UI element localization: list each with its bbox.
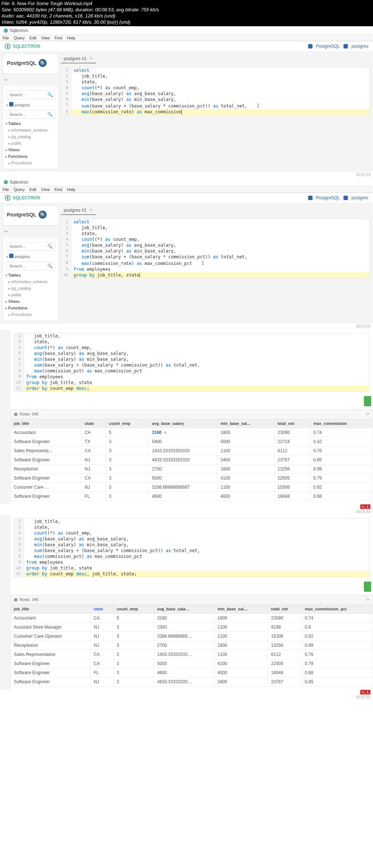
table-row[interactable]: Software EngineerFL346004000180480.68 — [11, 668, 373, 677]
table-row[interactable]: Software EngineerCA350004100225050.79 — [11, 659, 373, 668]
table-cell[interactable]: Accountant — [11, 428, 82, 437]
editor-line[interactable]: 3 state, — [14, 524, 369, 530]
column-header[interactable]: avg_base_salary — [149, 419, 217, 428]
table-cell[interactable]: CA — [82, 428, 106, 437]
table-cell[interactable]: 13256 — [274, 464, 310, 473]
code-content[interactable]: state, — [71, 231, 369, 236]
table-cell[interactable]: FL — [82, 492, 106, 501]
editor-line[interactable]: 3 state, — [61, 79, 369, 85]
code-content[interactable]: min(base_salary) as min_base_salary, — [71, 248, 369, 254]
db-node[interactable]: postgres — [3, 101, 58, 109]
table-cell[interactable]: 3266.66666666667 — [149, 482, 217, 492]
code-content[interactable]: from employees — [71, 266, 369, 272]
table-cell[interactable]: CA — [82, 473, 106, 482]
table-cell[interactable]: 3 — [114, 650, 154, 659]
editor-line[interactable]: 7 sum(base_salary + (base_salary * commi… — [61, 254, 369, 260]
editor-line[interactable]: 10group by job_title, state — [61, 272, 369, 278]
editor-line[interactable]: 8 max(commission_rate) as max_commission… — [61, 260, 369, 266]
table-cell[interactable]: Software Engineer — [11, 455, 82, 464]
table-cell[interactable]: 0.92 — [310, 482, 373, 492]
table-cell[interactable]: 3 — [114, 641, 154, 650]
code-content[interactable]: select — [71, 219, 369, 225]
editor-line[interactable]: 10group by job_title, state — [14, 380, 369, 386]
code-content[interactable]: max(commission_rate) as max_commission_p… — [71, 260, 369, 266]
column-header[interactable]: avg_base_sala… — [154, 604, 214, 613]
code-content[interactable]: avg(base_salary) as avg_base_salary, — [71, 91, 369, 97]
code-content[interactable]: avg(base_salary) as avg_base_salary, — [24, 351, 369, 356]
editor-line[interactable]: 11order by count_emp desc; — [14, 386, 369, 391]
table-cell[interactable]: 3 — [106, 482, 149, 492]
table-row[interactable]: Software EngineerFL346004000180480.68 — [11, 492, 373, 501]
code-content[interactable]: sum(base_salary + (base_salary * commiss… — [71, 254, 369, 260]
code-content[interactable]: select — [71, 67, 369, 73]
menu-find[interactable]: Find — [55, 36, 62, 40]
table-cell[interactable]: 0.99 — [302, 641, 372, 650]
procedures-category[interactable]: Procedures — [3, 311, 58, 318]
table-cell[interactable]: 0.74 — [310, 428, 373, 437]
column-header[interactable]: total_net — [268, 604, 302, 613]
table-cell[interactable]: 1100 — [214, 622, 268, 632]
table-cell[interactable]: 0.76 — [302, 650, 372, 659]
close-icon[interactable]: × — [89, 208, 93, 212]
menu-file[interactable]: File — [3, 187, 9, 192]
table-cell[interactable]: 3 — [114, 668, 154, 677]
table-cell[interactable]: 5 — [114, 613, 154, 622]
table-cell[interactable]: Receptionist — [11, 464, 82, 473]
code-content[interactable]: min(base_salary) as min_base_salary, — [71, 97, 369, 102]
code-content[interactable]: group by job_title, state — [24, 565, 369, 571]
table-cell[interactable]: 0.76 — [310, 446, 373, 455]
table-cell[interactable]: 3 — [106, 492, 149, 501]
table-cell[interactable]: 3 — [114, 622, 154, 632]
table-cell[interactable]: 3266.66666666… — [154, 632, 214, 641]
table-cell[interactable]: FL — [91, 668, 114, 677]
table-cell[interactable]: 3 — [114, 632, 154, 641]
table-cell[interactable]: 4833.33333333… — [154, 677, 214, 686]
terminal-tab[interactable]: >_ L — [360, 690, 370, 695]
table-cell[interactable]: Customer Care Operator — [11, 632, 91, 641]
editor-line[interactable]: 3 state, — [61, 231, 369, 236]
sidebar-item-public[interactable]: public — [3, 292, 58, 298]
editor-line[interactable]: 7 sum(base_salary + (base_salary * commi… — [61, 102, 369, 109]
sql-editor[interactable]: 2 job_title,3 state,4 count(*) as count_… — [13, 518, 370, 577]
table-cell[interactable]: 4600 — [154, 668, 214, 677]
code-content[interactable]: count(*) as count_emp, — [24, 530, 369, 536]
table-row[interactable]: AccountantCA531601800230900.74 — [11, 613, 373, 622]
table-cell[interactable]: 5000 — [217, 437, 274, 446]
table-cell[interactable]: 23090 — [274, 428, 310, 437]
editor-line[interactable]: 7 sum(base_salary + (base_salary * commi… — [14, 362, 369, 368]
table-cell[interactable]: 1800 — [217, 428, 274, 437]
column-header[interactable]: job_title — [11, 419, 82, 428]
code-content[interactable]: max(commission_rate) as max_commission — [71, 109, 369, 115]
refresh-icon[interactable]: ⟳ — [366, 597, 369, 602]
table-cell[interactable]: CA — [91, 650, 114, 659]
editor-line[interactable]: 4 count(*) as count_emp, — [61, 236, 369, 242]
editor-line[interactable]: 9from employees — [14, 374, 369, 380]
table-cell[interactable]: 6112 — [268, 650, 302, 659]
table-cell[interactable]: 0.68 — [302, 668, 372, 677]
table-cell[interactable]: 5 — [106, 428, 149, 437]
views-category[interactable]: Views — [3, 146, 58, 153]
table-cell[interactable]: NJ — [82, 455, 106, 464]
table-row[interactable]: Sales RepresentativeCA31433.33333333…110… — [11, 650, 373, 659]
table-cell[interactable]: 4100 — [214, 659, 268, 668]
editor-line[interactable]: 5 avg(base_salary) as avg_base_salary, — [14, 536, 369, 542]
table-cell[interactable]: NJ — [91, 641, 114, 650]
table-cell[interactable]: Sales Representa… — [11, 446, 82, 455]
close-icon[interactable]: × — [89, 56, 93, 60]
table-cell[interactable]: 3400 — [217, 455, 274, 464]
sql-editor[interactable]: 1select2 job_title,3 state,4 count(*) as… — [61, 219, 370, 278]
editor-line[interactable]: 1select — [61, 219, 369, 225]
menu-query[interactable]: Query — [14, 187, 25, 192]
code-content[interactable]: order by count_emp desc, job_title, stat… — [24, 571, 369, 577]
code-content[interactable]: from employees — [24, 374, 369, 380]
table-cell[interactable]: Assistant Store Manager — [11, 622, 91, 632]
table-row[interactable]: Software EngineerCA350004100225050.79 — [11, 473, 373, 482]
table-row[interactable]: ReceptionistNJ327001600132560.99 — [11, 641, 373, 650]
table-cell[interactable]: Software Engineer — [11, 492, 82, 501]
table-cell[interactable]: 1100 — [214, 632, 268, 641]
refresh-icon[interactable]: ⟳ — [366, 412, 369, 417]
editor-line[interactable]: 3 state, — [14, 339, 369, 345]
editor-line[interactable]: 1select — [61, 67, 369, 73]
table-row[interactable]: Software EngineerNJ34833.33333333…340023… — [11, 677, 373, 686]
editor-line[interactable]: 6 min(base_salary) as min_base_salary, — [14, 542, 369, 548]
